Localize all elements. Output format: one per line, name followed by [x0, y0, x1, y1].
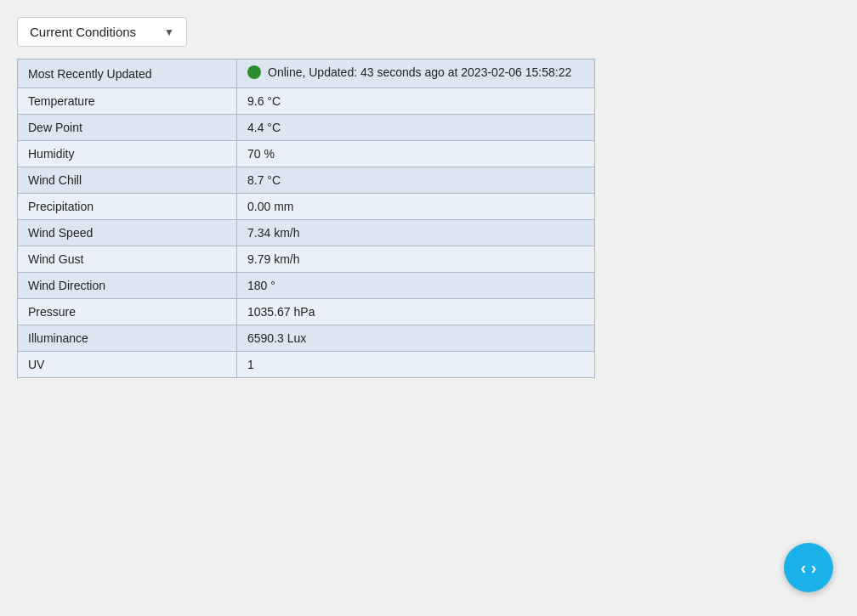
row-value: 1: [237, 352, 595, 378]
row-label: UV: [18, 352, 237, 378]
status-indicator: Online, Updated: 43 seconds ago at 2023-…: [247, 65, 571, 79]
table-row: Most Recently UpdatedOnline, Updated: 43…: [18, 59, 595, 88]
table-row: Wind Chill8.7 °C: [18, 167, 595, 194]
row-value: 8.7 °C: [237, 167, 595, 194]
table-row: Dew Point4.4 °C: [18, 115, 595, 141]
table-row: Temperature9.6 °C: [18, 88, 595, 115]
row-label: Most Recently Updated: [18, 59, 237, 88]
table-row: Wind Gust9.79 km/h: [18, 246, 595, 273]
table-row: UV1: [18, 352, 595, 378]
row-label: Dew Point: [18, 115, 237, 141]
table-row: Humidity70 %: [18, 141, 595, 167]
chevron-down-icon: ▼: [164, 26, 174, 38]
row-value: 4.4 °C: [237, 115, 595, 141]
row-label: Wind Chill: [18, 167, 237, 194]
row-label: Humidity: [18, 141, 237, 167]
row-label: Precipitation: [18, 194, 237, 220]
row-value: 9.79 km/h: [237, 246, 595, 273]
table-row: Illuminance6590.3 Lux: [18, 325, 595, 352]
row-value: 0.00 mm: [237, 194, 595, 220]
online-status-dot: [247, 65, 261, 79]
row-label: Temperature: [18, 88, 237, 115]
row-value: Online, Updated: 43 seconds ago at 2023-…: [237, 59, 595, 88]
dropdown-label: Current Conditions: [30, 25, 136, 39]
row-value: 1035.67 hPa: [237, 299, 595, 325]
row-value: 70 %: [237, 141, 595, 167]
row-label: Wind Speed: [18, 220, 237, 246]
conditions-table: Most Recently UpdatedOnline, Updated: 43…: [17, 59, 595, 378]
nav-icon: ‹ ›: [801, 558, 817, 578]
row-value: 6590.3 Lux: [237, 325, 595, 352]
row-label: Illuminance: [18, 325, 237, 352]
table-row: Pressure1035.67 hPa: [18, 299, 595, 325]
current-conditions-dropdown[interactable]: Current Conditions ▼: [17, 17, 187, 47]
row-label: Pressure: [18, 299, 237, 325]
table-row: Precipitation0.00 mm: [18, 194, 595, 220]
row-value: 180 °: [237, 273, 595, 299]
table-row: Wind Direction180 °: [18, 273, 595, 299]
table-row: Wind Speed7.34 km/h: [18, 220, 595, 246]
row-label: Wind Gust: [18, 246, 237, 273]
row-value: 7.34 km/h: [237, 220, 595, 246]
row-value: 9.6 °C: [237, 88, 595, 115]
row-label: Wind Direction: [18, 273, 237, 299]
status-text: Online, Updated: 43 seconds ago at 2023-…: [268, 65, 571, 79]
nav-button[interactable]: ‹ ›: [784, 543, 833, 592]
main-container: Current Conditions ▼ Most Recently Updat…: [9, 8, 604, 387]
